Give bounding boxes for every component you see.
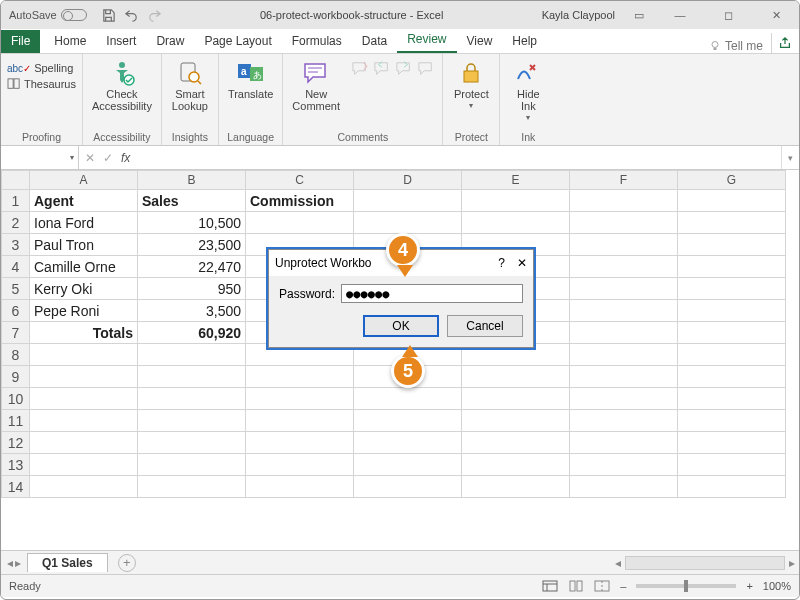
horizontal-scroll-right[interactable]: ▸ (785, 556, 799, 570)
row-header-12[interactable]: 12 (2, 432, 30, 454)
cell-A2[interactable]: Iona Ford (30, 212, 138, 234)
show-comments-icon[interactable] (417, 61, 435, 77)
row-header-6[interactable]: 6 (2, 300, 30, 322)
cell-B8[interactable] (138, 344, 246, 366)
cancel-button[interactable]: Cancel (447, 315, 523, 337)
cell-B2[interactable]: 10,500 (138, 212, 246, 234)
cancel-icon[interactable]: ✕ (85, 151, 95, 165)
row-header-3[interactable]: 3 (2, 234, 30, 256)
check-accessibility-button[interactable]: Check Accessibility (89, 58, 155, 114)
cell-E12[interactable] (462, 432, 570, 454)
cell-A1[interactable]: Agent (30, 190, 138, 212)
cell-D1[interactable] (354, 190, 462, 212)
cell-E13[interactable] (462, 454, 570, 476)
tab-help[interactable]: Help (502, 30, 547, 53)
ok-button[interactable]: OK (363, 315, 439, 337)
cell-C2[interactable] (246, 212, 354, 234)
cell-G4[interactable] (678, 256, 786, 278)
zoom-in-button[interactable]: + (746, 580, 752, 592)
tab-review[interactable]: Review (397, 28, 456, 53)
protect-button[interactable]: Protect ▾ (449, 58, 493, 113)
row-header-4[interactable]: 4 (2, 256, 30, 278)
cell-C9[interactable] (246, 366, 354, 388)
cell-C12[interactable] (246, 432, 354, 454)
fx-icon[interactable]: fx (121, 151, 130, 165)
sheet-tab-q1-sales[interactable]: Q1 Sales (27, 553, 108, 572)
cell-G1[interactable] (678, 190, 786, 212)
zoom-out-button[interactable]: – (620, 580, 626, 592)
row-header-1[interactable]: 1 (2, 190, 30, 212)
cell-B7[interactable]: 60,920 (138, 322, 246, 344)
next-comment-icon[interactable] (395, 61, 413, 77)
row-header-7[interactable]: 7 (2, 322, 30, 344)
new-sheet-button[interactable]: + (118, 554, 136, 572)
row-header-5[interactable]: 5 (2, 278, 30, 300)
cell-A9[interactable] (30, 366, 138, 388)
cell-A13[interactable] (30, 454, 138, 476)
name-box[interactable]: ▾ (1, 146, 79, 169)
cell-E11[interactable] (462, 410, 570, 432)
thesaurus-button[interactable]: Thesaurus (7, 78, 76, 90)
tab-formulas[interactable]: Formulas (282, 30, 352, 53)
col-header-F[interactable]: F (570, 171, 678, 190)
cell-F14[interactable] (570, 476, 678, 498)
zoom-slider[interactable] (636, 584, 736, 588)
cell-G2[interactable] (678, 212, 786, 234)
cell-G3[interactable] (678, 234, 786, 256)
tab-home[interactable]: Home (44, 30, 96, 53)
cell-B1[interactable]: Sales (138, 190, 246, 212)
password-input[interactable] (341, 284, 523, 303)
cell-A11[interactable] (30, 410, 138, 432)
tab-draw[interactable]: Draw (146, 30, 194, 53)
cell-E14[interactable] (462, 476, 570, 498)
cell-A3[interactable]: Paul Tron (30, 234, 138, 256)
horizontal-scrollbar[interactable] (625, 556, 785, 570)
cell-D14[interactable] (354, 476, 462, 498)
cell-E10[interactable] (462, 388, 570, 410)
cell-B6[interactable]: 3,500 (138, 300, 246, 322)
tab-data[interactable]: Data (352, 30, 397, 53)
cell-G14[interactable] (678, 476, 786, 498)
zoom-level[interactable]: 100% (763, 580, 791, 592)
cell-A7[interactable]: Totals (30, 322, 138, 344)
cell-A14[interactable] (30, 476, 138, 498)
cell-B10[interactable] (138, 388, 246, 410)
cell-C1[interactable]: Commission (246, 190, 354, 212)
spelling-button[interactable]: abc✓Spelling (7, 62, 73, 74)
cell-A5[interactable]: Kerry Oki (30, 278, 138, 300)
cell-D2[interactable] (354, 212, 462, 234)
cell-F1[interactable] (570, 190, 678, 212)
cell-F6[interactable] (570, 300, 678, 322)
redo-icon[interactable] (147, 8, 162, 23)
new-comment-button[interactable]: New Comment (289, 58, 343, 114)
cell-F12[interactable] (570, 432, 678, 454)
user-name[interactable]: Kayla Claypool (542, 9, 615, 21)
prev-comment-icon[interactable] (373, 61, 391, 77)
cell-F9[interactable] (570, 366, 678, 388)
cell-G9[interactable] (678, 366, 786, 388)
cell-C11[interactable] (246, 410, 354, 432)
ribbon-options-icon[interactable]: ▭ (629, 9, 649, 22)
row-header-14[interactable]: 14 (2, 476, 30, 498)
cell-F3[interactable] (570, 234, 678, 256)
row-header-13[interactable]: 13 (2, 454, 30, 476)
horizontal-scroll-left[interactable]: ◂ (611, 556, 625, 570)
tab-file[interactable]: File (1, 30, 40, 53)
cell-C10[interactable] (246, 388, 354, 410)
view-normal-icon[interactable] (542, 580, 558, 592)
close-button[interactable]: ✕ (759, 3, 793, 27)
cell-G10[interactable] (678, 388, 786, 410)
cell-D12[interactable] (354, 432, 462, 454)
cell-G6[interactable] (678, 300, 786, 322)
cell-B13[interactable] (138, 454, 246, 476)
cell-B3[interactable]: 23,500 (138, 234, 246, 256)
cell-G7[interactable] (678, 322, 786, 344)
view-page-break-icon[interactable] (594, 580, 610, 592)
dialog-help-button[interactable]: ? (498, 256, 505, 270)
hide-ink-button[interactable]: Hide Ink ▾ (506, 58, 550, 125)
cell-A8[interactable] (30, 344, 138, 366)
delete-comment-icon[interactable] (351, 61, 369, 77)
cell-B9[interactable] (138, 366, 246, 388)
row-header-11[interactable]: 11 (2, 410, 30, 432)
cell-D10[interactable] (354, 388, 462, 410)
